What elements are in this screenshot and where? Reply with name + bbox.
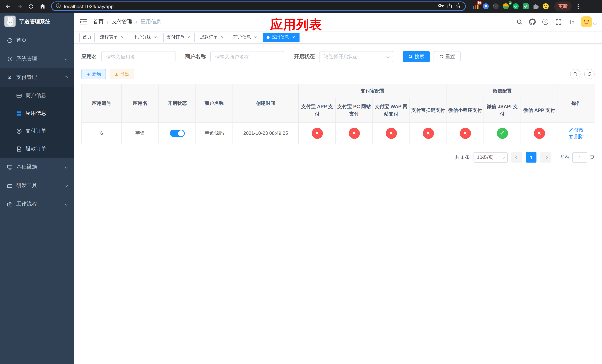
tag-process-form[interactable]: 流程表单 × [97,32,128,42]
tag-refund-order[interactable]: 退款订单 × [197,32,228,42]
merchant-name-input[interactable] [210,51,284,62]
col-alipay-wap: 支付宝 WAP 网站支付 [373,98,410,122]
sidebar-item-home[interactable]: 首页 [0,31,74,50]
cell-app-id: 6 [82,122,122,144]
avatar-extension-icon[interactable]: 1 [502,3,509,10]
sidebar-item-app-info[interactable]: 应用信息 [0,104,74,122]
page-size-select[interactable]: 10条/页 [473,152,508,162]
sidebar-item-payment-order[interactable]: 支付订单 [0,122,74,140]
back-icon[interactable] [3,1,13,11]
app-name-label: 应用名 [81,53,97,60]
close-icon[interactable]: × [253,35,258,40]
url-text[interactable]: localhost:1024/pay/app [64,3,435,9]
tag-label: 应用信息 [271,34,289,40]
breadcrumb-current: 应用信息 [141,19,161,25]
chevron-right-icon [544,156,548,159]
tag-payment-order[interactable]: 支付订单 × [163,32,195,42]
share-icon[interactable] [447,3,452,10]
password-key-icon[interactable] [438,3,444,10]
chevron-down-icon [65,184,68,187]
sidebar-item-merchant-info[interactable]: 商户信息 [0,87,74,104]
col-group-alipay: 支付宝配置 [299,84,447,98]
reset-button[interactable]: 重置 [434,51,461,62]
close-icon[interactable]: × [220,35,225,40]
sidebar-item-system[interactable]: 系统管理 [0,50,74,68]
tag-label: 支付订单 [167,34,184,40]
close-icon[interactable]: × [291,35,296,40]
table-toolbar: 新增 导出 [81,69,595,79]
page-size-value: 10条/页 [477,154,493,161]
forward-icon[interactable] [14,1,24,11]
puzzle-extensions-icon[interactable] [532,3,539,10]
sidebar-item-workflow[interactable]: 工作流程 [0,195,74,213]
delete-link[interactable]: 删除 [569,133,584,140]
emoji-face-extension-icon[interactable] [542,3,549,10]
close-icon[interactable]: × [186,35,191,40]
chrome-update-button[interactable]: 更新 [554,1,572,11]
browser-menu-icon[interactable] [575,2,581,10]
sidebar-item-payment[interactable]: ¥ 支付管理 [0,68,74,87]
export-button[interactable]: 导出 [110,69,134,79]
tag-user-group[interactable]: 用户分组 × [130,32,161,42]
wechat-devtools-extension-icon[interactable] [512,3,519,10]
close-icon[interactable]: × [119,35,125,40]
blue-extension-icon[interactable] [483,3,489,10]
sidebar-item-refund-order[interactable]: 退款订单 [0,140,74,158]
refresh-button[interactable] [584,69,595,79]
tag-label: 商户信息 [233,34,251,40]
font-size-icon[interactable]: TT [568,19,575,25]
dark-globe-extension-icon[interactable] [492,3,499,10]
prev-page-button[interactable] [511,152,522,162]
chevron-down-icon [65,203,68,206]
close-icon[interactable]: × [153,35,158,40]
status-toggle-on[interactable] [170,129,184,137]
edit-link[interactable]: 修改 [569,127,584,133]
question-glyph: ? [542,19,548,25]
col-alipay-app: 支付宝 APP 支付 [299,98,336,122]
delete-label: 删除 [574,133,584,140]
chevron-down-icon [387,55,390,58]
app-logo[interactable]: 芋道管理系统 [0,13,74,31]
sidebar-item-label: 退款订单 [26,146,46,152]
card-icon [16,93,22,98]
sidebar-item-infrastructure[interactable]: 基础设施 [0,158,74,176]
reload-icon[interactable] [26,1,36,11]
tag-label: 用户分组 [133,34,151,40]
green-square-extension-icon[interactable] [522,3,529,10]
breadcrumb-home[interactable]: 首页 [93,19,104,25]
tag-app-info-active[interactable]: 应用信息 × [263,32,300,42]
app-name-input[interactable] [101,51,175,62]
pagination-total: 共 1 条 [455,154,470,161]
sidebar-item-label: 首页 [16,37,67,44]
tag-home[interactable]: 首页 [79,32,95,42]
breadcrumb-separator: / [136,19,137,25]
pay-order-icon [16,128,22,134]
search-button[interactable]: 搜索 [403,51,430,62]
dashboard-icon [7,37,13,43]
toggle-search-button[interactable] [570,69,580,79]
help-icon[interactable]: ? [542,19,549,25]
user-avatar[interactable] [581,16,596,27]
status-select[interactable]: 请选择开启状态 [319,51,393,62]
add-button[interactable]: 新增 [81,69,106,79]
breadcrumb-payment[interactable]: 支付管理 [112,19,133,25]
tag-merchant-info[interactable]: 商户信息 × [230,32,261,42]
refund-doc-icon [16,146,22,152]
fullscreen-icon[interactable] [555,19,562,25]
cell-merchant-name: 芋道源码 [196,122,233,144]
sidebar-item-dev-tools[interactable]: 研发工具 [0,176,74,195]
search-icon[interactable] [516,19,523,25]
chevron-down-icon [65,57,68,61]
home-icon[interactable] [37,1,47,11]
site-info-icon[interactable] [55,3,61,10]
extension-badge: 10 [477,1,482,5]
chart-extension-icon[interactable]: 10 [473,3,479,10]
collapse-sidebar-icon[interactable] [80,18,87,26]
github-icon[interactable] [529,19,536,25]
breadcrumb: 首页 / 支付管理 / 应用信息 [93,19,161,25]
url-bar[interactable]: localhost:1024/pay/app [51,1,466,11]
next-page-button[interactable] [540,152,551,162]
page-number-active[interactable]: 1 [526,152,537,162]
goto-page-input[interactable] [572,152,587,162]
bookmark-star-icon[interactable] [455,3,461,10]
